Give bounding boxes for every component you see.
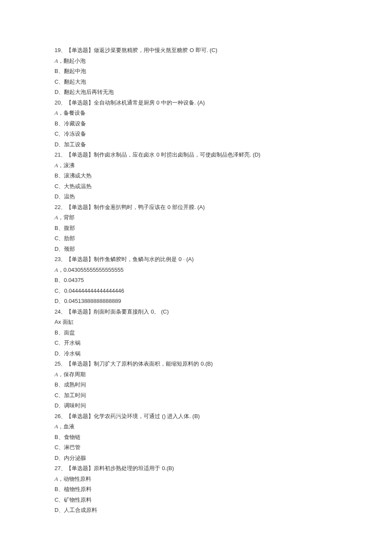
option-b: B、翻起中泡 bbox=[55, 67, 337, 76]
option-text: 0.044444444444444446 bbox=[64, 288, 124, 294]
question-20: 20、【单选题】全自动制冰机通常是厨房 0 中的一种设备. (A) A，备餐设备… bbox=[55, 99, 337, 149]
option-prefix: B、 bbox=[55, 381, 64, 388]
option-text: 面盆 bbox=[64, 329, 75, 336]
option-prefix: C、 bbox=[55, 78, 64, 85]
question-22: 22、【单选题】制作金葱扒鸭时，鸭子应该在 0 部位开膛. (A) A，背部 B… bbox=[55, 203, 337, 253]
option-prefix: D、 bbox=[55, 89, 64, 95]
option-text: 腹部 bbox=[64, 225, 75, 231]
option-b: B、滚沸或大热 bbox=[55, 171, 337, 180]
option-a: Ax 面缸 bbox=[55, 318, 337, 326]
option-prefix: A， bbox=[55, 371, 63, 378]
question-text: 27、【单选题】原料初步熟处理的坦适用于 0.(B) bbox=[55, 464, 337, 473]
option-b: B、腹部 bbox=[55, 224, 337, 232]
option-text: 肋部 bbox=[64, 235, 75, 241]
option-text: 翻起大泡 bbox=[64, 78, 86, 85]
option-text: 冷水锅 bbox=[64, 350, 81, 357]
option-d: D、翻起大泡后再转无泡 bbox=[55, 88, 337, 96]
option-prefix: B、 bbox=[55, 434, 64, 440]
option-text: 面缸 bbox=[63, 319, 74, 325]
option-b: B、0.04375 bbox=[55, 276, 337, 285]
option-prefix: A， bbox=[55, 214, 63, 221]
question-text: 22、【单选题】制作金葱扒鸭时，鸭子应该在 0 部位开膛. (A) bbox=[55, 203, 337, 212]
option-prefix: A， bbox=[55, 476, 63, 482]
option-prefix: A， bbox=[55, 162, 63, 169]
option-prefix: C、 bbox=[55, 131, 64, 137]
option-text: 人工合成原料 bbox=[64, 507, 97, 513]
option-prefix: D、 bbox=[55, 298, 64, 304]
option-c: C、开水锅 bbox=[55, 339, 337, 347]
option-prefix: B、 bbox=[55, 277, 64, 283]
question-24: 24、【单选题】削面时面条要直接削入 0。 (C) Ax 面缸 B、面盆 C、开… bbox=[55, 308, 337, 358]
option-c: C、翻起大泡 bbox=[55, 78, 337, 86]
option-text: 食物链 bbox=[64, 434, 81, 440]
option-prefix: D、 bbox=[55, 402, 64, 409]
question-text: 24、【单选题】削面时面条要直接削入 0。 (C) bbox=[55, 308, 337, 316]
option-prefix: A， bbox=[55, 423, 63, 430]
option-prefix: B、 bbox=[55, 172, 64, 179]
option-a: A，动物性原料 bbox=[55, 475, 337, 483]
option-c: C、大热或温热 bbox=[55, 182, 337, 191]
option-c: C、矿物性原料 bbox=[55, 496, 337, 504]
option-c: C、冷冻设备 bbox=[55, 130, 337, 138]
option-text: 保存周期 bbox=[63, 371, 86, 378]
option-c: C、肋部 bbox=[55, 234, 337, 243]
option-text: 大热或温热 bbox=[64, 183, 92, 189]
question-25: 25、【单选题】制刀扩大了原料的体表面积，能缩短原料的 0.(B) A，保存周期… bbox=[55, 360, 337, 410]
option-text: 冷藏设备 bbox=[64, 120, 86, 127]
option-text: 淋巴管 bbox=[64, 444, 81, 450]
option-d: D、冷水锅 bbox=[55, 349, 337, 358]
option-text: 颈部 bbox=[64, 246, 75, 252]
option-c: C、0.044444444444444446 bbox=[55, 287, 337, 295]
option-a: A，背部 bbox=[55, 213, 337, 222]
option-text: 矿物性原料 bbox=[64, 497, 92, 503]
option-b: B、植物性原料 bbox=[55, 485, 337, 494]
option-prefix: B、 bbox=[55, 486, 64, 492]
option-text: 0.043055555555555555 bbox=[63, 267, 124, 273]
option-d: D、调味时间 bbox=[55, 401, 337, 410]
option-text: 滚沸 bbox=[63, 162, 75, 169]
question-text: 26、【单选题】化学农药污染环境，可通过 () 进入人体. (B) bbox=[55, 412, 337, 421]
option-prefix: B、 bbox=[55, 120, 64, 127]
option-text: 加工设备 bbox=[64, 141, 86, 148]
option-c: C、淋巴管 bbox=[55, 443, 337, 452]
option-text: 内分泌腺 bbox=[64, 455, 86, 461]
option-text: 背部 bbox=[63, 214, 75, 221]
option-text: 0.04375 bbox=[64, 277, 84, 283]
option-text: 动物性原料 bbox=[63, 476, 91, 482]
question-text: 25、【单选题】制刀扩大了原料的体表面积，能缩短原料的 0.(B) bbox=[55, 360, 337, 368]
option-prefix: A， bbox=[55, 110, 63, 116]
option-prefix: A， bbox=[55, 58, 63, 64]
option-a: A，0.043055555555555555 bbox=[55, 266, 337, 274]
option-d: D、颈部 bbox=[55, 245, 337, 253]
option-d: D、内分泌腺 bbox=[55, 454, 337, 462]
option-prefix: C、 bbox=[55, 235, 64, 241]
question-27: 27、【单选题】原料初步熟处理的坦适用于 0.(B) A，动物性原料 B、植物性… bbox=[55, 464, 337, 514]
option-b: B、冷藏设备 bbox=[55, 119, 337, 128]
option-text: 植物性原料 bbox=[64, 486, 92, 492]
option-prefix: C、 bbox=[55, 340, 64, 346]
option-text: 成熟时间 bbox=[64, 381, 86, 388]
question-text: 21、【单选题】制作卤水制品，应在卤水 0 时捞出卤制品，可使卤制品色泽鲜亮. … bbox=[55, 151, 337, 159]
option-prefix: A， bbox=[55, 267, 63, 273]
option-a: A，血液 bbox=[55, 422, 337, 431]
option-d: D、0.04513888888888889 bbox=[55, 297, 337, 305]
option-text: 加工时间 bbox=[64, 392, 86, 398]
option-prefix: B、 bbox=[55, 68, 64, 74]
question-text: 23、【单选题】制作鱼鳞胶时，鱼鳞与水的比例是 0 · (A) bbox=[55, 255, 337, 264]
option-text: 血液 bbox=[63, 423, 75, 430]
option-text: 温热 bbox=[64, 193, 75, 200]
option-prefix: C、 bbox=[55, 288, 64, 294]
option-b: B、成熟时间 bbox=[55, 381, 337, 389]
question-text: 19、【单选题】做返沙菜要熬精胶，用中慢火熬至糖胶 O 即可. (C) bbox=[55, 46, 337, 55]
option-text: 滚沸或大热 bbox=[64, 172, 92, 179]
option-b: B、食物链 bbox=[55, 433, 337, 442]
question-19: 19、【单选题】做返沙菜要熬精胶，用中慢火熬至糖胶 O 即可. (C) A，翻起… bbox=[55, 46, 337, 96]
option-prefix: B、 bbox=[55, 225, 64, 231]
question-text: 20、【单选题】全自动制冰机通常是厨房 0 中的一种设备. (A) bbox=[55, 99, 337, 107]
question-21: 21、【单选题】制作卤水制品，应在卤水 0 时捞出卤制品，可使卤制品色泽鲜亮. … bbox=[55, 151, 337, 201]
option-prefix: D、 bbox=[55, 455, 64, 461]
option-d: D、温热 bbox=[55, 192, 337, 201]
option-prefix: C、 bbox=[55, 497, 64, 503]
option-prefix: D、 bbox=[55, 193, 64, 200]
option-prefix: B、 bbox=[55, 329, 64, 336]
